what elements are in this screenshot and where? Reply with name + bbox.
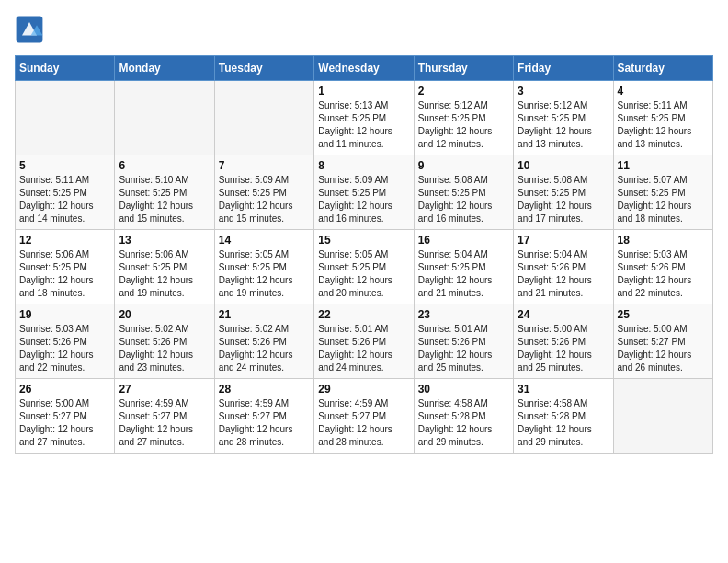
day-number: 3 (518, 85, 609, 98)
calendar-cell: 19Sunrise: 5:03 AMSunset: 5:26 PMDayligh… (16, 304, 115, 379)
day-info: Sunrise: 4:59 AMSunset: 5:27 PMDaylight:… (318, 397, 409, 449)
day-info: Sunrise: 5:01 AMSunset: 5:26 PMDaylight:… (318, 323, 409, 374)
weekday-header-thursday: Thursday (414, 56, 513, 81)
day-info: Sunrise: 5:07 AMSunset: 5:25 PMDaylight:… (618, 174, 709, 225)
day-number: 5 (19, 159, 110, 172)
day-number: 10 (518, 159, 609, 172)
day-info: Sunrise: 5:00 AMSunset: 5:27 PMDaylight:… (19, 397, 110, 449)
calendar-cell: 6Sunrise: 5:10 AMSunset: 5:25 PMDaylight… (115, 155, 214, 230)
day-number: 27 (119, 383, 210, 396)
calendar-week-row: 19Sunrise: 5:03 AMSunset: 5:26 PMDayligh… (16, 304, 713, 379)
day-info: Sunrise: 5:04 AMSunset: 5:26 PMDaylight:… (518, 248, 609, 300)
calendar-cell: 25Sunrise: 5:00 AMSunset: 5:27 PMDayligh… (613, 304, 712, 379)
day-info: Sunrise: 5:06 AMSunset: 5:25 PMDaylight:… (119, 248, 210, 300)
day-info: Sunrise: 4:59 AMSunset: 5:27 PMDaylight:… (119, 397, 210, 449)
day-info: Sunrise: 5:02 AMSunset: 5:26 PMDaylight:… (219, 323, 310, 374)
day-info: Sunrise: 5:02 AMSunset: 5:26 PMDaylight:… (119, 323, 210, 374)
day-number: 23 (418, 308, 509, 321)
day-info: Sunrise: 5:05 AMSunset: 5:25 PMDaylight:… (219, 248, 310, 300)
day-info: Sunrise: 5:03 AMSunset: 5:26 PMDaylight:… (618, 248, 709, 300)
day-number: 25 (618, 308, 709, 321)
calendar-cell: 10Sunrise: 5:08 AMSunset: 5:25 PMDayligh… (514, 155, 613, 230)
day-number: 22 (318, 308, 409, 321)
calendar-cell: 5Sunrise: 5:11 AMSunset: 5:25 PMDaylight… (16, 155, 115, 230)
weekday-header-saturday: Saturday (613, 56, 712, 81)
day-info: Sunrise: 5:12 AMSunset: 5:25 PMDaylight:… (418, 99, 509, 151)
calendar-cell (613, 379, 712, 454)
day-info: Sunrise: 5:12 AMSunset: 5:25 PMDaylight:… (518, 99, 609, 151)
day-number: 29 (318, 383, 409, 396)
calendar-cell: 3Sunrise: 5:12 AMSunset: 5:25 PMDaylight… (514, 81, 613, 155)
day-number: 12 (19, 234, 110, 247)
day-number: 16 (418, 234, 509, 247)
calendar-cell: 28Sunrise: 4:59 AMSunset: 5:27 PMDayligh… (214, 379, 313, 454)
day-number: 8 (318, 159, 409, 172)
day-number: 7 (219, 159, 310, 172)
calendar-cell: 7Sunrise: 5:09 AMSunset: 5:25 PMDaylight… (214, 155, 313, 230)
day-number: 15 (318, 234, 409, 247)
calendar-cell: 1Sunrise: 5:13 AMSunset: 5:25 PMDaylight… (314, 81, 414, 155)
day-info: Sunrise: 5:13 AMSunset: 5:25 PMDaylight:… (318, 99, 409, 151)
day-info: Sunrise: 5:03 AMSunset: 5:26 PMDaylight:… (19, 323, 110, 374)
calendar-header-row: SundayMondayTuesdayWednesdayThursdayFrid… (16, 56, 713, 81)
calendar-cell: 23Sunrise: 5:01 AMSunset: 5:26 PMDayligh… (414, 304, 513, 379)
logo-icon (15, 15, 44, 44)
day-number: 24 (518, 308, 609, 321)
calendar-cell: 27Sunrise: 4:59 AMSunset: 5:27 PMDayligh… (115, 379, 214, 454)
calendar-cell: 16Sunrise: 5:04 AMSunset: 5:25 PMDayligh… (414, 230, 513, 304)
day-number: 20 (119, 308, 210, 321)
calendar-cell: 2Sunrise: 5:12 AMSunset: 5:25 PMDaylight… (414, 81, 513, 155)
calendar-week-row: 5Sunrise: 5:11 AMSunset: 5:25 PMDaylight… (16, 155, 713, 230)
day-number: 31 (518, 383, 609, 396)
day-number: 13 (119, 234, 210, 247)
calendar-cell: 14Sunrise: 5:05 AMSunset: 5:25 PMDayligh… (214, 230, 313, 304)
day-number: 18 (618, 234, 709, 247)
calendar-cell: 4Sunrise: 5:11 AMSunset: 5:25 PMDaylight… (613, 81, 712, 155)
page-header (15, 15, 713, 44)
day-info: Sunrise: 4:58 AMSunset: 5:28 PMDaylight:… (418, 397, 509, 449)
day-number: 28 (219, 383, 310, 396)
day-info: Sunrise: 5:04 AMSunset: 5:25 PMDaylight:… (418, 248, 509, 300)
calendar-cell: 26Sunrise: 5:00 AMSunset: 5:27 PMDayligh… (16, 379, 115, 454)
day-info: Sunrise: 5:00 AMSunset: 5:26 PMDaylight:… (518, 323, 609, 374)
calendar-week-row: 26Sunrise: 5:00 AMSunset: 5:27 PMDayligh… (16, 379, 713, 454)
calendar-cell: 13Sunrise: 5:06 AMSunset: 5:25 PMDayligh… (115, 230, 214, 304)
day-info: Sunrise: 5:06 AMSunset: 5:25 PMDaylight:… (19, 248, 110, 300)
weekday-header-wednesday: Wednesday (314, 56, 414, 81)
day-info: Sunrise: 5:10 AMSunset: 5:25 PMDaylight:… (119, 174, 210, 225)
day-number: 6 (119, 159, 210, 172)
calendar-cell (115, 81, 214, 155)
day-info: Sunrise: 5:08 AMSunset: 5:25 PMDaylight:… (418, 174, 509, 225)
weekday-header-monday: Monday (115, 56, 214, 81)
logo (15, 15, 50, 44)
day-number: 26 (19, 383, 110, 396)
day-info: Sunrise: 5:00 AMSunset: 5:27 PMDaylight:… (618, 323, 709, 374)
day-number: 4 (618, 85, 709, 98)
calendar-cell: 22Sunrise: 5:01 AMSunset: 5:26 PMDayligh… (314, 304, 414, 379)
day-info: Sunrise: 4:58 AMSunset: 5:28 PMDaylight:… (518, 397, 609, 449)
day-number: 1 (318, 85, 409, 98)
day-info: Sunrise: 5:09 AMSunset: 5:25 PMDaylight:… (318, 174, 409, 225)
day-info: Sunrise: 5:11 AMSunset: 5:25 PMDaylight:… (618, 99, 709, 151)
day-info: Sunrise: 5:01 AMSunset: 5:26 PMDaylight:… (418, 323, 509, 374)
day-info: Sunrise: 5:08 AMSunset: 5:25 PMDaylight:… (518, 174, 609, 225)
calendar-table: SundayMondayTuesdayWednesdayThursdayFrid… (15, 55, 713, 454)
weekday-header-friday: Friday (514, 56, 613, 81)
calendar-cell: 21Sunrise: 5:02 AMSunset: 5:26 PMDayligh… (214, 304, 313, 379)
weekday-header-sunday: Sunday (16, 56, 115, 81)
day-number: 14 (219, 234, 310, 247)
calendar-cell: 8Sunrise: 5:09 AMSunset: 5:25 PMDaylight… (314, 155, 414, 230)
calendar-week-row: 12Sunrise: 5:06 AMSunset: 5:25 PMDayligh… (16, 230, 713, 304)
day-number: 19 (19, 308, 110, 321)
day-number: 30 (418, 383, 509, 396)
day-info: Sunrise: 5:11 AMSunset: 5:25 PMDaylight:… (19, 174, 110, 225)
day-number: 17 (518, 234, 609, 247)
calendar-cell: 11Sunrise: 5:07 AMSunset: 5:25 PMDayligh… (613, 155, 712, 230)
day-number: 2 (418, 85, 509, 98)
calendar-cell: 18Sunrise: 5:03 AMSunset: 5:26 PMDayligh… (613, 230, 712, 304)
day-number: 11 (618, 159, 709, 172)
calendar-cell: 29Sunrise: 4:59 AMSunset: 5:27 PMDayligh… (314, 379, 414, 454)
calendar-cell: 17Sunrise: 5:04 AMSunset: 5:26 PMDayligh… (514, 230, 613, 304)
calendar-cell: 31Sunrise: 4:58 AMSunset: 5:28 PMDayligh… (514, 379, 613, 454)
weekday-header-tuesday: Tuesday (214, 56, 313, 81)
